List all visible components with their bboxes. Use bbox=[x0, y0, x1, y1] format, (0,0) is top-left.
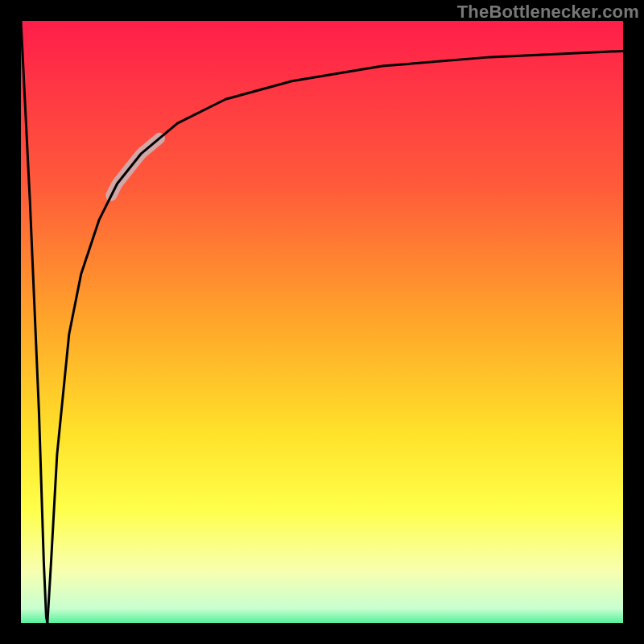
chart-svg bbox=[0, 0, 644, 644]
watermark-label: TheBottlenecker.com bbox=[457, 2, 639, 23]
plot-background bbox=[10, 10, 634, 634]
chart-container: TheBottlenecker.com bbox=[0, 0, 644, 644]
